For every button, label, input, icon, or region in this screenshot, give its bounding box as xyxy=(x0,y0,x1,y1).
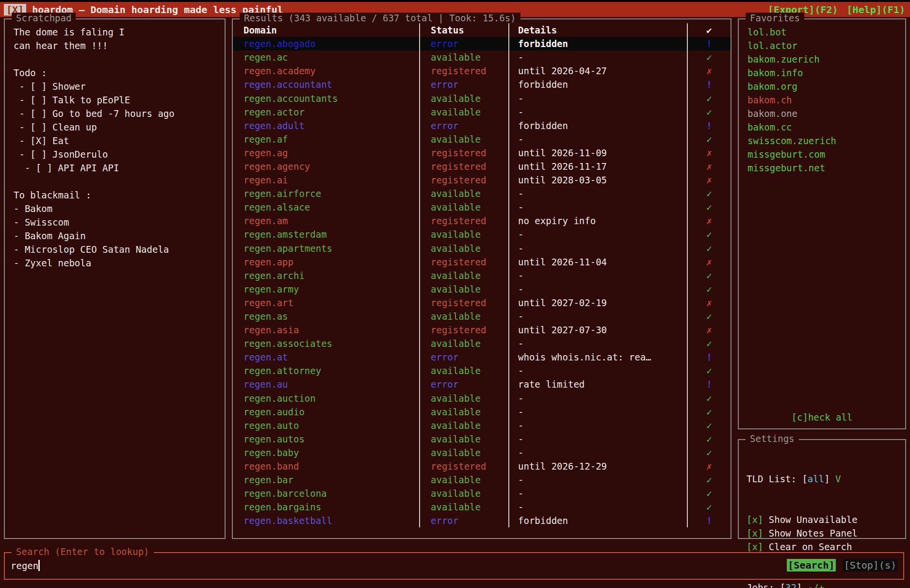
result-mark-icon: ✓ xyxy=(687,392,731,405)
result-row[interactable]: regen.accountantsavailable-✓ xyxy=(233,91,731,105)
result-status: available xyxy=(419,337,508,350)
result-row[interactable]: regen.barcelonaavailable-✓ xyxy=(233,487,731,500)
result-row[interactable]: regen.agregistereduntil 2026-11-09✗ xyxy=(233,146,731,160)
result-mark-icon: ! xyxy=(687,78,731,91)
result-row[interactable]: regen.artregistereduntil 2027-02-19✗ xyxy=(233,296,731,310)
scratchpad-text[interactable]: The dome is faling I can hear them !!! T… xyxy=(14,25,225,270)
result-row[interactable]: regen.bargainsavailable-✓ xyxy=(233,500,731,514)
result-details: - xyxy=(508,282,687,296)
result-row[interactable]: regen.accountanterrorforbidden! xyxy=(233,78,731,91)
result-status: registered xyxy=(419,323,508,337)
result-status: registered xyxy=(419,160,508,173)
result-details: - xyxy=(508,473,687,487)
result-row[interactable]: regen.armyavailable-✓ xyxy=(233,282,731,296)
result-row[interactable]: regen.audioavailable-✓ xyxy=(233,405,731,419)
result-row[interactable]: regen.alsaceavailable-✓ xyxy=(233,200,731,214)
result-domain: regen.asia xyxy=(233,323,419,337)
favorite-item[interactable]: bakom.org xyxy=(748,80,905,93)
result-mark-icon: ✓ xyxy=(687,419,731,432)
result-row[interactable]: regen.babyavailable-✓ xyxy=(233,446,731,459)
result-domain: regen.basketball xyxy=(233,514,419,527)
tld-list-value[interactable]: all xyxy=(808,474,824,484)
result-row[interactable]: regen.bandregistereduntil 2026-12-29✗ xyxy=(233,459,731,473)
result-row[interactable]: regen.afavailable-✓ xyxy=(233,132,731,146)
results-table-header: Domain Status Details ✔ xyxy=(233,23,731,37)
favorite-item[interactable]: lol.bot xyxy=(748,25,905,39)
result-row[interactable]: regen.autoavailable-✓ xyxy=(233,419,731,432)
search-input[interactable]: regen xyxy=(11,560,40,571)
result-details: - xyxy=(508,487,687,500)
result-row[interactable]: regen.amregisteredno expiry info✗ xyxy=(233,214,731,228)
result-domain: regen.accountant xyxy=(233,78,419,91)
result-row[interactable]: regen.amsterdamavailable-✓ xyxy=(233,228,731,241)
result-row[interactable]: regen.attorneyavailable-✓ xyxy=(233,364,731,377)
favorite-item[interactable]: missgeburt.net xyxy=(748,161,905,175)
result-row[interactable]: regen.auerrorrate limited! xyxy=(233,377,731,391)
search-button[interactable]: [Search] xyxy=(787,559,835,572)
settings-checkbox[interactable]: [x] Show Notes Panel xyxy=(747,526,905,540)
result-row[interactable]: regen.archiavailable-✓ xyxy=(233,269,731,282)
stop-button[interactable]: [Stop](s) xyxy=(843,559,897,572)
tld-list-setting[interactable]: TLD List: [all] V xyxy=(747,472,905,486)
jobs-stepper[interactable]: -/+ xyxy=(808,582,824,588)
result-status: available xyxy=(419,200,508,214)
favorites-panel-title: Favorites xyxy=(746,13,804,23)
result-row[interactable]: regen.baravailable-✓ xyxy=(233,473,731,487)
result-row[interactable]: regen.acavailable-✓ xyxy=(233,50,731,64)
result-mark-icon: ✓ xyxy=(687,50,731,64)
result-row[interactable]: regen.autosavailable-✓ xyxy=(233,432,731,446)
result-row[interactable]: regen.airegistereduntil 2028-03-05✗ xyxy=(233,173,731,187)
tld-dropdown-icon[interactable]: V xyxy=(835,474,841,484)
jobs-close-bracket: ] xyxy=(796,582,802,588)
result-status: registered xyxy=(419,255,508,269)
result-domain: regen.apartments xyxy=(233,242,419,255)
result-row[interactable]: regen.apartmentsavailable-✓ xyxy=(233,242,731,255)
jobs-setting[interactable]: Jobs: [32] -/+ xyxy=(747,581,905,588)
result-status: available xyxy=(419,242,508,255)
result-row[interactable]: regen.appregistereduntil 2026-11-04✗ xyxy=(233,255,731,269)
help-button[interactable]: [Help](F1) xyxy=(847,4,905,16)
check-all-button[interactable]: [c]heck all xyxy=(739,412,905,423)
favorite-item[interactable]: bakom.one xyxy=(748,107,905,120)
scratchpad-panel: Scratchpad The dome is faling I can hear… xyxy=(4,18,226,539)
checkbox-label: Show Unavailable xyxy=(763,514,857,525)
result-status: registered xyxy=(419,296,508,310)
settings-checkbox[interactable]: [x] Clear on Search xyxy=(747,540,905,554)
search-buttons: [Search] [Stop](s) xyxy=(787,559,897,572)
result-domain: regen.band xyxy=(233,459,419,473)
search-panel: Search (Enter to lookup) regen [Search] … xyxy=(4,552,904,580)
column-header-status[interactable]: Status xyxy=(419,23,508,37)
favorite-item[interactable]: bakom.ch xyxy=(748,93,905,107)
result-row[interactable]: regen.airforceavailable-✓ xyxy=(233,187,731,200)
favorites-panel: Favorites lol.botlol.actorbakom.zuerichb… xyxy=(738,18,906,429)
result-status: available xyxy=(419,446,508,459)
result-status: registered xyxy=(419,214,508,228)
result-status: registered xyxy=(419,64,508,78)
column-header-domain[interactable]: Domain xyxy=(233,23,419,37)
favorite-item[interactable]: bakom.info xyxy=(748,66,905,80)
column-header-details[interactable]: Details xyxy=(508,23,687,37)
result-row[interactable]: regen.associatesavailable-✓ xyxy=(233,337,731,350)
result-row[interactable]: regen.basketballerrorforbidden! xyxy=(233,514,731,527)
result-status: registered xyxy=(419,459,508,473)
favorite-item[interactable]: swisscom.zuerich xyxy=(748,134,905,147)
result-row[interactable]: regen.actoravailable-✓ xyxy=(233,105,731,119)
result-status: available xyxy=(419,91,508,105)
result-domain: regen.au xyxy=(233,377,419,391)
favorite-item[interactable]: bakom.cc xyxy=(748,120,905,134)
result-row[interactable]: regen.agencyregistereduntil 2026-11-17✗ xyxy=(233,160,731,173)
result-row[interactable]: regen.aterrorwhois whois.nic.at: rea…! xyxy=(233,350,731,364)
result-row[interactable]: regen.abogadoerrorforbidden! xyxy=(233,37,731,50)
checkbox-icon: [x] xyxy=(747,514,763,525)
settings-checkbox[interactable]: [x] Show Unavailable xyxy=(747,513,905,526)
result-status: error xyxy=(419,350,508,364)
favorite-item[interactable]: missgeburt.com xyxy=(748,147,905,161)
result-row[interactable]: regen.asavailable-✓ xyxy=(233,310,731,323)
favorite-item[interactable]: bakom.zuerich xyxy=(748,52,905,66)
result-row[interactable]: regen.academyregistereduntil 2026-04-27✗ xyxy=(233,64,731,78)
favorite-item[interactable]: lol.actor xyxy=(748,39,905,52)
result-details: - xyxy=(508,500,687,514)
result-row[interactable]: regen.adulterrorforbidden! xyxy=(233,119,731,132)
result-row[interactable]: regen.asiaregistereduntil 2027-07-30✗ xyxy=(233,323,731,337)
result-row[interactable]: regen.auctionavailable-✓ xyxy=(233,392,731,405)
